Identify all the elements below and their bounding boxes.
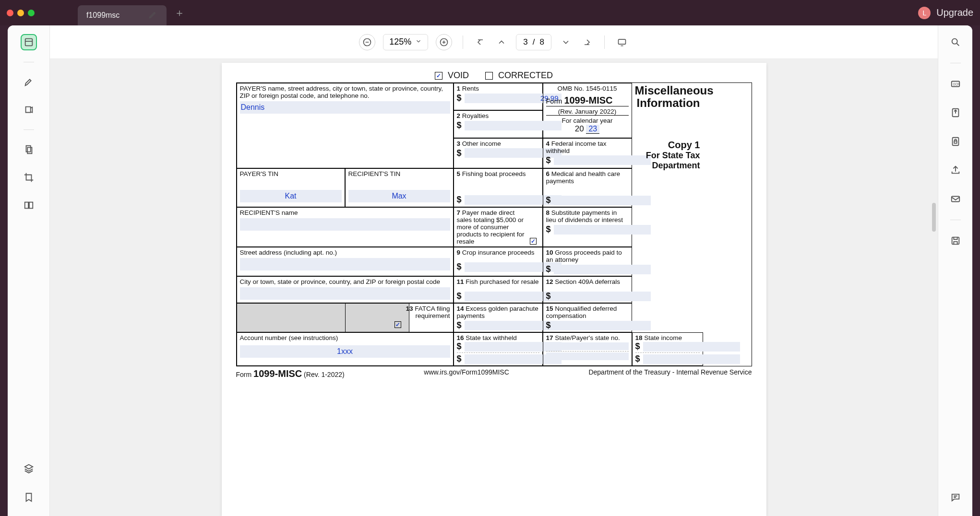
box15-input[interactable] [554,321,651,330]
calendar-year-prefix: 20 [575,124,584,133]
scrollbar-thumb[interactable] [932,203,936,232]
payer-tin-input[interactable] [240,190,342,202]
recipient-name-label: RECIPIENT'S name [240,209,450,216]
page-viewport[interactable]: VOID CORRECTED PAYER'S name, street addr… [50,59,938,516]
share-button[interactable] [947,162,964,178]
box-11: 11 Fish purchased for resale $ [454,276,543,303]
form-footer: Form 1099-MISC (Rev. 1-2022) www.irs.gov… [236,366,752,379]
recipient-name-block: RECIPIENT'S name [237,207,454,247]
save-button[interactable] [947,233,964,249]
prev-page-button[interactable] [495,35,508,49]
first-page-button[interactable] [474,35,487,49]
page-indicator[interactable]: 3 / 8 [516,34,551,50]
box6-input[interactable] [554,196,651,205]
edit-tab-icon[interactable] [148,10,158,21]
box2-input[interactable] [465,121,562,130]
void-checkbox[interactable] [435,72,442,80]
box13-checkbox[interactable] [394,321,401,328]
corrected-check-group[interactable]: CORRECTED [485,70,553,81]
mail-button[interactable] [947,191,964,207]
svg-rect-0 [25,39,32,46]
street-input[interactable] [240,258,450,270]
workspace: OCR 125% [8,25,972,516]
corrected-checkbox[interactable] [485,72,493,80]
city-input[interactable] [240,287,450,300]
search-button[interactable] [947,34,964,50]
box-10: 10 Gross proceeds paid to an attorney $ [543,247,632,276]
street-block: Street address (including apt. no.) [237,247,454,276]
zoom-in-button[interactable] [436,34,452,50]
document-tab[interactable]: f1099msc [78,5,167,25]
thumbnails-tool-button[interactable] [21,34,37,50]
close-window-button[interactable] [7,10,13,16]
convert-button[interactable] [947,105,964,121]
title-line1: Miscellaneous [635,84,700,97]
city-label: City or town, state or province, country… [240,278,450,285]
zoom-value: 125% [389,37,411,47]
upgrade-button[interactable]: Upgrade [936,7,973,18]
svg-text:OCR: OCR [953,82,960,86]
minimize-window-button[interactable] [17,10,24,16]
void-check-group[interactable]: VOID [435,70,469,81]
crop-tool-button[interactable] [21,169,37,186]
page-total: 8 [539,37,544,47]
void-label: VOID [448,70,469,80]
annotate-tool-button[interactable] [21,102,37,118]
svg-rect-2 [27,147,32,153]
recipient-tin-label: RECIPIENT'S TIN [348,170,450,177]
pdf-page: VOID CORRECTED PAYER'S name, street addr… [222,63,766,516]
box1-label: 1 1 RentsRents [457,85,539,92]
compare-tool-button[interactable] [21,197,37,213]
zoom-out-button[interactable] [359,34,375,50]
svg-point-5 [952,39,957,44]
box-8: 8 Substitute payments in lieu of dividen… [543,207,632,247]
box-16: 16 State tax withheld $ $ [454,332,543,366]
box17b-input[interactable] [546,352,629,360]
box-3-other-income: 3 Other income $ [454,138,543,168]
box-5: 5 Fishing boat proceeds $ [454,168,543,207]
pages-tool-button[interactable] [21,141,37,158]
left-sidebar [8,25,50,516]
ocr-button[interactable]: OCR [947,76,964,92]
maximize-window-button[interactable] [28,10,35,16]
account-label: Account number (see instructions) [240,334,450,341]
box10-input[interactable] [554,265,651,274]
calendar-year-input[interactable] [586,125,599,134]
avatar[interactable]: L [918,7,931,19]
layers-button[interactable] [21,460,37,477]
form-title-block: Miscellaneous Information [632,83,703,138]
zoom-select[interactable]: 125% [383,34,428,50]
title-line2: Information [635,97,700,109]
box-9: 9 Crop insurance proceeds $ [454,247,543,276]
box12-input[interactable] [554,292,651,301]
recipient-name-input[interactable] [240,218,450,231]
box17a-input[interactable] [546,342,629,350]
new-tab-button[interactable]: ＋ [174,6,185,20]
box-7: 7 Payer made direct sales totaling $5,00… [454,207,543,247]
comments-button[interactable] [947,489,964,505]
form-word: Form [546,97,562,105]
omb-number: OMB No. 1545-0115 [546,85,629,92]
box18b-input[interactable] [643,354,740,364]
protect-button[interactable] [947,133,964,150]
footer-rev: (Rev. 1-2022) [304,371,345,378]
separator [950,220,961,220]
payer-name-input[interactable] [240,101,450,114]
bookmark-button[interactable] [21,489,37,505]
next-page-button[interactable] [559,35,573,49]
account-input[interactable] [240,345,450,358]
present-button[interactable] [615,35,629,49]
svg-rect-12 [952,237,959,245]
box18a-input[interactable] [643,342,740,352]
account-block: Account number (see instructions) [237,332,454,366]
payer-block: PAYER'S name, street address, city or to… [237,83,454,168]
last-page-button[interactable] [580,35,594,49]
toolbar: 125% 3 / 8 [50,25,938,59]
box-15: 15 Nonqualified deferred compensation $ [543,303,632,332]
box7-checkbox[interactable] [530,238,537,245]
recipient-tin-input[interactable] [348,190,450,202]
void-corrected-row: VOID CORRECTED [236,70,752,81]
box-2-royalties: 2 Royalties $ [454,110,543,138]
highlight-tool-button[interactable] [21,74,37,90]
separator [24,62,34,62]
